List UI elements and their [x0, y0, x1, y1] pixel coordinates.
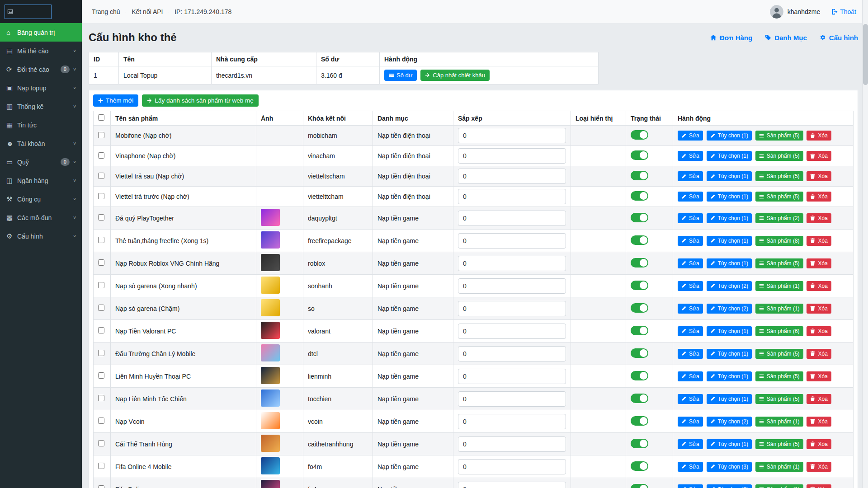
row-checkbox[interactable]	[98, 132, 104, 138]
products-button[interactable]: Sản phẩm (5)	[755, 349, 803, 359]
products-button[interactable]: Sản phẩm (1)	[755, 281, 803, 291]
sort-input[interactable]	[458, 128, 566, 143]
sidebar-item-accounts[interactable]: ☻ Tài khoản ∨	[0, 134, 82, 153]
sort-input[interactable]	[458, 256, 566, 271]
delete-button[interactable]: Xóa	[807, 439, 831, 449]
sort-input[interactable]	[458, 482, 566, 488]
status-toggle[interactable]	[631, 371, 648, 380]
delete-button[interactable]: Xóa	[807, 192, 831, 202]
edit-button[interactable]: Sửa	[678, 417, 703, 427]
sidebar-item-news[interactable]: ▦ Tin tức	[0, 116, 82, 134]
options-button[interactable]: Tùy chọn (1)	[707, 371, 752, 381]
delete-button[interactable]: Xóa	[807, 151, 831, 161]
delete-button[interactable]: Xóa	[807, 462, 831, 472]
sort-input[interactable]	[458, 233, 566, 249]
sort-input[interactable]	[458, 391, 566, 407]
add-new-button[interactable]: Thêm mới	[93, 94, 138, 107]
status-toggle[interactable]	[631, 281, 648, 290]
sort-input[interactable]	[458, 324, 566, 339]
avatar[interactable]	[770, 5, 783, 19]
logout-link[interactable]: Thoát	[831, 8, 856, 15]
balance-button[interactable]: Số dư	[384, 70, 417, 81]
delete-button[interactable]: Xóa	[807, 417, 831, 427]
products-button[interactable]: Sản phẩm (5)	[755, 258, 803, 268]
delete-button[interactable]: Xóa	[807, 326, 831, 336]
sort-input[interactable]	[458, 414, 566, 429]
delete-button[interactable]: Xóa	[807, 171, 831, 181]
edit-button[interactable]: Sửa	[678, 171, 703, 181]
options-button[interactable]: Tùy chọn (1)	[707, 131, 752, 141]
row-checkbox[interactable]	[98, 440, 104, 446]
delete-button[interactable]: Xóa	[807, 304, 831, 314]
edit-button[interactable]: Sửa	[678, 484, 703, 488]
orders-link[interactable]: Đơn Hàng	[710, 34, 752, 42]
sidebar-item-funds[interactable]: ▭ Quỹ 0 ∨	[0, 153, 82, 171]
scrollbar-thumb[interactable]	[863, 24, 868, 85]
edit-button[interactable]: Sửa	[678, 439, 703, 449]
edit-button[interactable]: Sửa	[678, 258, 703, 268]
row-checkbox[interactable]	[98, 418, 104, 424]
delete-button[interactable]: Xóa	[807, 213, 831, 223]
options-button[interactable]: Tùy chọn (2)	[707, 417, 752, 427]
status-toggle[interactable]	[631, 348, 648, 358]
sort-input[interactable]	[458, 169, 566, 184]
products-button[interactable]: Sản phẩm (5)	[755, 131, 803, 141]
config-link[interactable]: Cấu hình	[820, 34, 858, 42]
delete-button[interactable]: Xóa	[807, 258, 831, 268]
products-button[interactable]: Sản phẩm (1)	[755, 462, 803, 472]
sort-input[interactable]	[458, 211, 566, 226]
logo-area[interactable]	[0, 0, 82, 23]
status-toggle[interactable]	[631, 150, 648, 160]
username[interactable]: khanhdzme	[788, 8, 820, 15]
edit-button[interactable]: Sửa	[678, 371, 703, 381]
row-checkbox[interactable]	[98, 395, 104, 401]
status-toggle[interactable]	[631, 191, 648, 201]
breadcrumb-home[interactable]: Trang chủ	[92, 8, 120, 15]
sort-input[interactable]	[458, 278, 566, 294]
edit-button[interactable]: Sửa	[678, 281, 703, 291]
delete-button[interactable]: Xóa	[807, 236, 831, 246]
row-checkbox[interactable]	[98, 152, 104, 159]
products-button[interactable]: Sản phẩm (1)	[755, 304, 803, 314]
status-toggle[interactable]	[631, 130, 648, 140]
edit-button[interactable]: Sửa	[678, 213, 703, 223]
sort-input[interactable]	[458, 346, 566, 361]
status-toggle[interactable]	[631, 258, 648, 267]
sidebar-item-banks[interactable]: ◫ Ngân hàng ∨	[0, 171, 82, 190]
status-toggle[interactable]	[631, 394, 648, 403]
row-checkbox[interactable]	[98, 214, 104, 221]
products-button[interactable]: Sản phẩm (2)	[755, 213, 803, 223]
options-button[interactable]: Tùy chọn (1)	[707, 258, 752, 268]
delete-button[interactable]: Xóa	[807, 371, 831, 381]
status-toggle[interactable]	[631, 213, 648, 222]
edit-button[interactable]: Sửa	[678, 131, 703, 141]
delete-button[interactable]: Xóa	[807, 484, 831, 488]
row-checkbox[interactable]	[98, 259, 104, 266]
options-button[interactable]: Tùy chọn (3)	[707, 462, 752, 472]
sidebar-item-tools[interactable]: ⚒ Công cụ ∨	[0, 190, 82, 208]
select-all-checkbox[interactable]	[98, 114, 104, 121]
sort-input[interactable]	[458, 459, 566, 474]
options-button[interactable]: Tùy chọn (1)	[707, 326, 752, 336]
options-button[interactable]: Tùy chọn (1)	[707, 349, 752, 359]
options-button[interactable]: Tùy chọn (1)	[707, 394, 752, 404]
status-toggle[interactable]	[631, 484, 648, 488]
row-checkbox[interactable]	[98, 193, 104, 199]
edit-button[interactable]: Sửa	[678, 394, 703, 404]
delete-button[interactable]: Xóa	[807, 349, 831, 359]
row-checkbox[interactable]	[98, 305, 104, 311]
row-checkbox[interactable]	[98, 463, 104, 469]
edit-button[interactable]: Sửa	[678, 326, 703, 336]
edit-button[interactable]: Sửa	[678, 462, 703, 472]
products-button[interactable]: Sản phẩm (5)	[755, 371, 803, 381]
sort-input[interactable]	[458, 148, 566, 164]
products-button[interactable]: Sản phẩm (5)	[755, 151, 803, 161]
options-button[interactable]: Tùy chọn (1)	[707, 439, 752, 449]
sidebar-item-dashboard[interactable]: ⌂ Bảng quản trị	[0, 23, 82, 42]
row-checkbox[interactable]	[98, 282, 104, 288]
sidebar-item-exchange-cards[interactable]: ⟳ Đối thẻ cào 0 ∨	[0, 60, 82, 79]
products-button[interactable]: Sản phẩm (5)	[755, 171, 803, 181]
row-checkbox[interactable]	[98, 350, 104, 356]
products-button[interactable]: Sản phẩm (5)	[755, 192, 803, 202]
scrollbar[interactable]	[862, 0, 868, 488]
